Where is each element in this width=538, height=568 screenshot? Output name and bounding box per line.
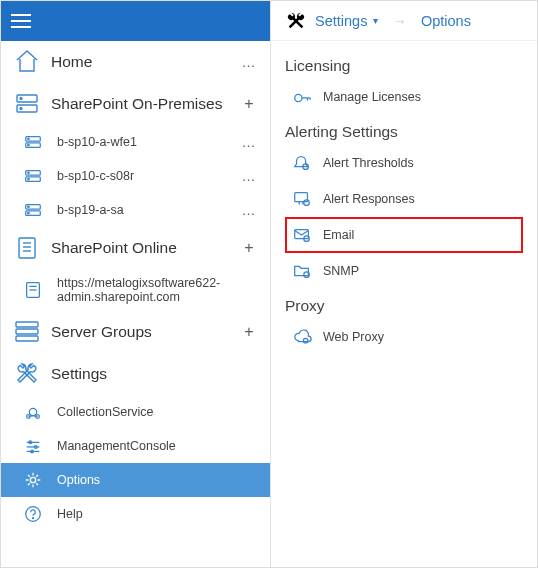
server-icon xyxy=(19,166,47,186)
group-title: Alerting Settings xyxy=(285,123,523,141)
sliders-icon xyxy=(19,436,47,456)
breadcrumb: Settings ▾ → Options xyxy=(271,1,537,41)
nav-label: CollectionService xyxy=(57,405,260,419)
add-icon[interactable]: + xyxy=(238,323,260,341)
option-label: Web Proxy xyxy=(323,330,384,344)
nav-label: Settings xyxy=(51,365,260,383)
panel-body: LicensingManage LicensesAlerting Setting… xyxy=(271,41,537,363)
sidebar-item-b-sp19-a-sa[interactable]: b-sp19-a-sa… xyxy=(1,193,270,227)
site-icon xyxy=(19,280,47,300)
option-email[interactable]: Email xyxy=(285,217,523,253)
nav-label: b-sp10-a-wfe1 xyxy=(57,135,228,149)
sidebar-item-server-groups[interactable]: Server Groups+ xyxy=(1,311,270,353)
nav-label: Options xyxy=(57,473,260,487)
sidebar-item-managementconsole[interactable]: ManagementConsole xyxy=(1,429,270,463)
option-alert-thresholds[interactable]: Alert Thresholds xyxy=(285,145,523,181)
nav-label: Server Groups xyxy=(51,323,228,341)
sidebar-item-help[interactable]: Help xyxy=(1,497,270,531)
breadcrumb-leaf[interactable]: Options xyxy=(421,13,471,29)
nav-label: b-sp19-a-sa xyxy=(57,203,228,217)
gear-icon xyxy=(19,470,47,490)
title-bar xyxy=(1,1,270,41)
more-icon[interactable]: … xyxy=(238,168,260,184)
nav-label: Help xyxy=(57,507,260,521)
help-icon xyxy=(19,504,47,524)
nav-label: ManagementConsole xyxy=(57,439,260,453)
folder-gear-icon xyxy=(291,261,313,281)
more-icon[interactable]: … xyxy=(238,202,260,218)
more-icon[interactable]: … xyxy=(238,134,260,150)
nav-list: Home…SharePoint On-Premises+b-sp10-a-wfe… xyxy=(1,41,270,567)
nav-label: https://metalogixsoftware622-admin.share… xyxy=(57,276,260,304)
more-icon[interactable]: … xyxy=(238,54,260,70)
home-icon xyxy=(13,48,41,76)
monitor-gear-icon xyxy=(291,189,313,209)
server-groups-icon xyxy=(13,318,41,346)
sidebar-item-b-sp10-c-s08r[interactable]: b-sp10-c-s08r… xyxy=(1,159,270,193)
sp-onprem-icon xyxy=(13,90,41,118)
wrench-icon xyxy=(285,10,307,32)
add-icon[interactable]: + xyxy=(238,95,260,113)
group-title: Proxy xyxy=(285,297,523,315)
option-web-proxy[interactable]: Web Proxy xyxy=(285,319,523,355)
option-alert-responses[interactable]: Alert Responses xyxy=(285,181,523,217)
sidebar-item-sharepoint-on-premises[interactable]: SharePoint On-Premises+ xyxy=(1,83,270,125)
option-label: Alert Responses xyxy=(323,192,415,206)
collection-icon xyxy=(19,402,47,422)
sp-online-icon xyxy=(13,234,41,262)
hamburger-menu-icon[interactable] xyxy=(11,9,35,33)
bell-gear-icon xyxy=(291,153,313,173)
option-label: Manage Licenses xyxy=(323,90,421,104)
sidebar-item-options[interactable]: Options xyxy=(1,463,270,497)
server-icon xyxy=(19,200,47,220)
sidebar-item-sharepoint-online[interactable]: SharePoint Online+ xyxy=(1,227,270,269)
options-panel: Settings ▾ → Options LicensingManage Lic… xyxy=(271,1,537,567)
sidebar: Home…SharePoint On-Premises+b-sp10-a-wfe… xyxy=(1,1,271,567)
breadcrumb-root[interactable]: Settings xyxy=(315,13,367,29)
mail-gear-icon xyxy=(291,225,313,245)
option-label: Alert Thresholds xyxy=(323,156,414,170)
option-label: SNMP xyxy=(323,264,359,278)
sidebar-item-settings[interactable]: Settings xyxy=(1,353,270,395)
nav-label: Home xyxy=(51,53,228,71)
nav-label: b-sp10-c-s08r xyxy=(57,169,228,183)
server-icon xyxy=(19,132,47,152)
nav-label: SharePoint On-Premises xyxy=(51,95,228,113)
chevron-down-icon[interactable]: ▾ xyxy=(373,15,378,26)
sidebar-item-collectionservice[interactable]: CollectionService xyxy=(1,395,270,429)
add-icon[interactable]: + xyxy=(238,239,260,257)
sidebar-item-b-sp10-a-wfe1[interactable]: b-sp10-a-wfe1… xyxy=(1,125,270,159)
nav-label: SharePoint Online xyxy=(51,239,228,257)
option-snmp[interactable]: SNMP xyxy=(285,253,523,289)
cloud-gear-icon xyxy=(291,327,313,347)
sidebar-item-home[interactable]: Home… xyxy=(1,41,270,83)
group-title: Licensing xyxy=(285,57,523,75)
key-icon xyxy=(291,87,313,107)
wrench-icon xyxy=(13,360,41,388)
sidebar-item-https-metalogixsoftware622-admin-sharepoint-com[interactable]: https://metalogixsoftware622-admin.share… xyxy=(1,269,270,311)
arrow-right-icon: → xyxy=(392,13,407,29)
option-label: Email xyxy=(323,228,354,242)
option-manage-licenses[interactable]: Manage Licenses xyxy=(285,79,523,115)
